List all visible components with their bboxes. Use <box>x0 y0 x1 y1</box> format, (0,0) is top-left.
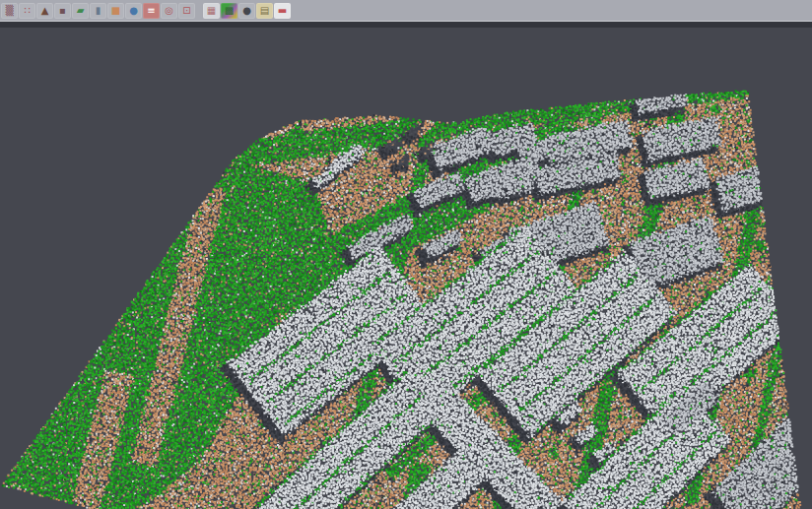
flag-stripes-icon: ▬ <box>278 6 287 16</box>
main-toolbar: ▒∷▲▪▰▮■●≡◎⊡▦▩●▤▬ <box>0 0 812 22</box>
column-icon: ▮ <box>96 6 102 16</box>
small-marker-button[interactable]: ▪ <box>54 3 71 19</box>
small-marker-icon: ▪ <box>59 6 66 16</box>
selection-frame-button[interactable]: ⊡ <box>178 3 195 19</box>
terrain-mound-icon: ▲ <box>41 6 49 16</box>
ground-tile-button[interactable]: ■ <box>107 3 124 19</box>
sphere-icon: ● <box>242 6 251 16</box>
application-window: ▒∷▲▪▰▮■●≡◎⊡▦▩●▤▬ <box>0 0 812 509</box>
sphere-button[interactable]: ● <box>238 3 255 19</box>
classification-palette-button[interactable]: ▩ <box>221 3 237 19</box>
attribute-table-icon: ≡ <box>147 6 155 16</box>
toolbar-group-separator <box>195 10 202 11</box>
flag-stripes-button[interactable]: ▬ <box>274 3 291 19</box>
attribute-table-button[interactable]: ≡ <box>143 3 160 19</box>
target-icon: ◎ <box>165 6 173 16</box>
dem-icon: ▤ <box>260 6 269 16</box>
selection-frame-icon: ⊡ <box>182 6 190 16</box>
ground-tile-icon: ■ <box>111 6 120 16</box>
dem-button[interactable]: ▤ <box>256 3 273 19</box>
target-button[interactable]: ◎ <box>161 3 177 19</box>
column-button[interactable]: ▮ <box>90 3 106 19</box>
colored-points-button[interactable]: ∷ <box>19 3 35 19</box>
globe-icon: ● <box>129 6 138 16</box>
colored-points-icon: ∷ <box>24 6 30 16</box>
3d-viewport[interactable] <box>0 28 812 509</box>
vegetation-icon: ▰ <box>77 6 85 16</box>
vegetation-button[interactable]: ▰ <box>72 3 89 19</box>
toolbar-shadow-strip <box>0 22 812 28</box>
raster-grid-icon: ▦ <box>207 6 216 16</box>
globe-button[interactable]: ● <box>125 3 142 19</box>
classification-palette-icon: ▩ <box>225 6 234 16</box>
terrain-mound-button[interactable]: ▲ <box>36 3 53 19</box>
raster-grid-button[interactable]: ▦ <box>203 3 220 19</box>
noise-points-button[interactable]: ▒ <box>1 3 18 19</box>
noise-points-icon: ▒ <box>6 6 14 16</box>
